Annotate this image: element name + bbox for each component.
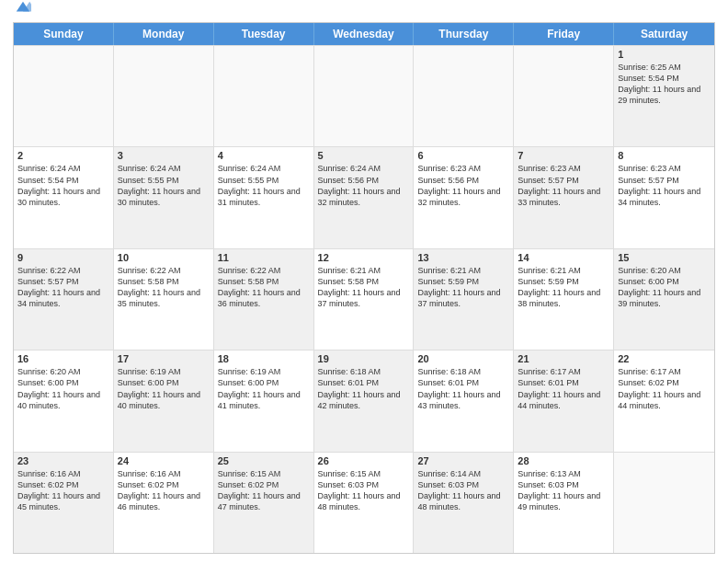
day-number: 12 xyxy=(318,252,410,263)
calendar-cell: 15Sunrise: 6:20 AM Sunset: 6:00 PM Dayli… xyxy=(614,249,714,350)
calendar-row: 1Sunrise: 6:25 AM Sunset: 5:54 PM Daylig… xyxy=(14,45,714,146)
day-info: Sunrise: 6:25 AM Sunset: 5:54 PM Dayligh… xyxy=(618,62,711,107)
calendar-cell xyxy=(214,46,314,146)
day-number: 24 xyxy=(118,455,210,466)
day-number: 16 xyxy=(17,353,109,364)
calendar-cell: 12Sunrise: 6:21 AM Sunset: 5:58 PM Dayli… xyxy=(314,249,415,350)
day-info: Sunrise: 6:21 AM Sunset: 5:58 PM Dayligh… xyxy=(318,265,410,310)
weekday-header: Thursday xyxy=(414,23,514,45)
day-number: 1 xyxy=(618,49,711,60)
calendar-cell: 19Sunrise: 6:18 AM Sunset: 6:01 PM Dayli… xyxy=(314,350,415,451)
day-info: Sunrise: 6:14 AM Sunset: 6:03 PM Dayligh… xyxy=(417,468,509,513)
calendar-cell: 4Sunrise: 6:24 AM Sunset: 5:55 PM Daylig… xyxy=(214,147,314,247)
day-info: Sunrise: 6:18 AM Sunset: 6:01 PM Dayligh… xyxy=(417,366,509,411)
calendar-cell: 7Sunrise: 6:23 AM Sunset: 5:57 PM Daylig… xyxy=(514,147,614,247)
day-number: 27 xyxy=(417,455,509,466)
calendar-cell xyxy=(414,46,514,146)
calendar-header: SundayMondayTuesdayWednesdayThursdayFrid… xyxy=(14,23,714,45)
day-number: 13 xyxy=(417,252,509,263)
calendar-cell: 8Sunrise: 6:23 AM Sunset: 5:57 PM Daylig… xyxy=(614,147,714,247)
calendar-cell: 18Sunrise: 6:19 AM Sunset: 6:00 PM Dayli… xyxy=(214,350,314,451)
calendar-cell: 5Sunrise: 6:24 AM Sunset: 5:56 PM Daylig… xyxy=(314,147,415,247)
day-info: Sunrise: 6:19 AM Sunset: 6:00 PM Dayligh… xyxy=(218,366,310,411)
weekday-header: Saturday xyxy=(614,23,714,45)
day-info: Sunrise: 6:18 AM Sunset: 6:01 PM Dayligh… xyxy=(318,366,410,411)
calendar-cell: 11Sunrise: 6:22 AM Sunset: 5:58 PM Dayli… xyxy=(214,249,314,350)
day-info: Sunrise: 6:24 AM Sunset: 5:55 PM Dayligh… xyxy=(118,163,210,208)
weekday-header: Friday xyxy=(514,23,614,45)
day-number: 20 xyxy=(417,353,509,364)
weekday-header: Sunday xyxy=(14,23,114,45)
day-info: Sunrise: 6:15 AM Sunset: 6:03 PM Dayligh… xyxy=(318,468,410,513)
calendar-row: 23Sunrise: 6:16 AM Sunset: 6:02 PM Dayli… xyxy=(14,452,714,553)
calendar-cell: 2Sunrise: 6:24 AM Sunset: 5:54 PM Daylig… xyxy=(14,147,114,247)
day-info: Sunrise: 6:23 AM Sunset: 5:57 PM Dayligh… xyxy=(618,163,711,208)
day-number: 23 xyxy=(17,455,109,466)
day-info: Sunrise: 6:24 AM Sunset: 5:56 PM Dayligh… xyxy=(318,163,410,208)
page: SundayMondayTuesdayWednesdayThursdayFrid… xyxy=(0,0,728,563)
calendar-cell: 17Sunrise: 6:19 AM Sunset: 6:00 PM Dayli… xyxy=(114,350,214,451)
calendar-cell: 26Sunrise: 6:15 AM Sunset: 6:03 PM Dayli… xyxy=(314,453,415,553)
calendar-cell: 20Sunrise: 6:18 AM Sunset: 6:01 PM Dayli… xyxy=(414,350,514,451)
day-info: Sunrise: 6:22 AM Sunset: 5:57 PM Dayligh… xyxy=(17,265,109,310)
calendar-cell xyxy=(14,46,114,146)
weekday-header: Wednesday xyxy=(314,23,415,45)
day-info: Sunrise: 6:20 AM Sunset: 6:00 PM Dayligh… xyxy=(618,265,711,310)
weekday-header: Monday xyxy=(114,23,214,45)
day-info: Sunrise: 6:21 AM Sunset: 5:59 PM Dayligh… xyxy=(518,265,609,310)
calendar-cell: 1Sunrise: 6:25 AM Sunset: 5:54 PM Daylig… xyxy=(614,46,714,146)
calendar-cell xyxy=(114,46,214,146)
calendar-cell: 9Sunrise: 6:22 AM Sunset: 5:57 PM Daylig… xyxy=(14,249,114,350)
day-info: Sunrise: 6:16 AM Sunset: 6:02 PM Dayligh… xyxy=(118,468,210,513)
day-info: Sunrise: 6:19 AM Sunset: 6:00 PM Dayligh… xyxy=(118,366,210,411)
weekday-header: Tuesday xyxy=(214,23,314,45)
day-number: 14 xyxy=(518,252,609,263)
calendar-cell: 28Sunrise: 6:13 AM Sunset: 6:03 PM Dayli… xyxy=(514,453,614,553)
day-number: 19 xyxy=(318,353,410,364)
day-info: Sunrise: 6:20 AM Sunset: 6:00 PM Dayligh… xyxy=(17,366,109,411)
day-info: Sunrise: 6:23 AM Sunset: 5:57 PM Dayligh… xyxy=(518,163,609,208)
calendar-cell: 24Sunrise: 6:16 AM Sunset: 6:02 PM Dayli… xyxy=(114,453,214,553)
day-info: Sunrise: 6:24 AM Sunset: 5:55 PM Dayligh… xyxy=(218,163,310,208)
logo-icon xyxy=(15,0,31,17)
day-info: Sunrise: 6:15 AM Sunset: 6:02 PM Dayligh… xyxy=(218,468,310,513)
day-number: 4 xyxy=(218,150,310,161)
day-number: 15 xyxy=(618,252,711,263)
day-number: 5 xyxy=(318,150,410,161)
day-number: 17 xyxy=(118,353,210,364)
calendar-cell xyxy=(514,46,614,146)
calendar-cell xyxy=(314,46,415,146)
calendar-row: 2Sunrise: 6:24 AM Sunset: 5:54 PM Daylig… xyxy=(14,146,714,247)
day-info: Sunrise: 6:16 AM Sunset: 6:02 PM Dayligh… xyxy=(17,468,109,513)
day-info: Sunrise: 6:22 AM Sunset: 5:58 PM Dayligh… xyxy=(118,265,210,310)
day-info: Sunrise: 6:24 AM Sunset: 5:54 PM Dayligh… xyxy=(17,163,109,208)
day-number: 25 xyxy=(218,455,310,466)
calendar-cell xyxy=(614,453,714,553)
day-number: 7 xyxy=(518,150,609,161)
day-number: 6 xyxy=(417,150,509,161)
calendar-cell: 6Sunrise: 6:23 AM Sunset: 5:56 PM Daylig… xyxy=(414,147,514,247)
header xyxy=(13,9,715,17)
calendar-cell: 13Sunrise: 6:21 AM Sunset: 5:59 PM Dayli… xyxy=(414,249,514,350)
day-info: Sunrise: 6:23 AM Sunset: 5:56 PM Dayligh… xyxy=(417,163,509,208)
day-number: 21 xyxy=(518,353,609,364)
day-info: Sunrise: 6:17 AM Sunset: 6:01 PM Dayligh… xyxy=(518,366,609,411)
calendar-row: 9Sunrise: 6:22 AM Sunset: 5:57 PM Daylig… xyxy=(14,248,714,350)
calendar: SundayMondayTuesdayWednesdayThursdayFrid… xyxy=(13,22,715,554)
day-info: Sunrise: 6:13 AM Sunset: 6:03 PM Dayligh… xyxy=(518,468,609,513)
calendar-cell: 25Sunrise: 6:15 AM Sunset: 6:02 PM Dayli… xyxy=(214,453,314,553)
day-info: Sunrise: 6:17 AM Sunset: 6:02 PM Dayligh… xyxy=(618,366,711,411)
day-number: 26 xyxy=(318,455,410,466)
day-info: Sunrise: 6:21 AM Sunset: 5:59 PM Dayligh… xyxy=(417,265,509,310)
day-info: Sunrise: 6:22 AM Sunset: 5:58 PM Dayligh… xyxy=(218,265,310,310)
day-number: 28 xyxy=(518,455,609,466)
day-number: 8 xyxy=(618,150,711,161)
logo xyxy=(13,13,31,17)
calendar-cell: 16Sunrise: 6:20 AM Sunset: 6:00 PM Dayli… xyxy=(14,350,114,451)
day-number: 10 xyxy=(118,252,210,263)
calendar-cell: 21Sunrise: 6:17 AM Sunset: 6:01 PM Dayli… xyxy=(514,350,614,451)
day-number: 18 xyxy=(218,353,310,364)
calendar-cell: 3Sunrise: 6:24 AM Sunset: 5:55 PM Daylig… xyxy=(114,147,214,247)
calendar-cell: 27Sunrise: 6:14 AM Sunset: 6:03 PM Dayli… xyxy=(414,453,514,553)
day-number: 22 xyxy=(618,353,711,364)
